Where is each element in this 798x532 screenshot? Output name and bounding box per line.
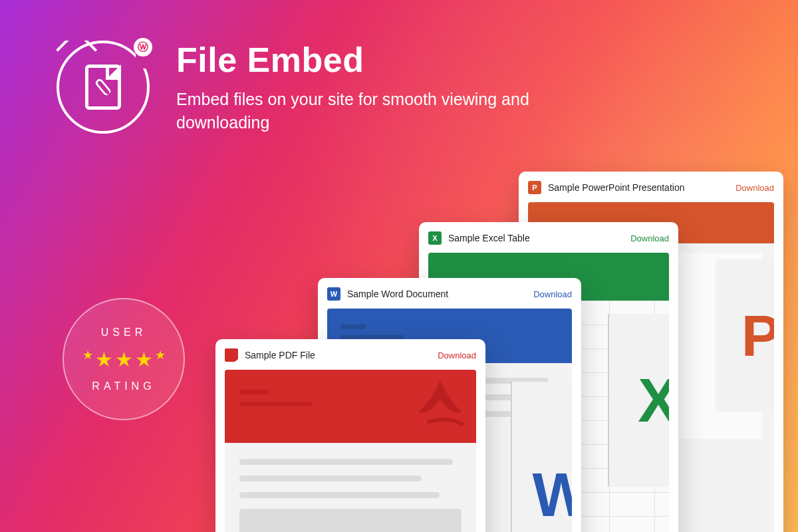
filetype-letter: P <box>716 259 774 412</box>
star-icon: ★ <box>115 348 133 371</box>
hero-title: File Embed <box>176 40 549 80</box>
filetype-letter: W <box>511 382 572 532</box>
rating-label-top: USER <box>101 327 146 338</box>
hero: ⓦ File Embed Embed files on your site fo… <box>57 40 549 134</box>
file-title: Sample Word Document <box>347 289 448 299</box>
download-link[interactable]: Download <box>630 233 669 243</box>
download-link[interactable]: Download <box>438 350 476 360</box>
rating-stars: ★ ★ ★ ★ ★ <box>82 348 166 371</box>
file-title: Sample Excel Table <box>448 233 530 243</box>
file-card-pdf: Sample PDF File Download <box>215 339 485 532</box>
star-icon: ★ <box>135 348 153 371</box>
star-icon: ★ <box>95 348 113 371</box>
file-title: Sample PDF File <box>245 350 315 360</box>
filetype-letter: X <box>608 314 669 487</box>
user-rating-badge: USER ★ ★ ★ ★ ★ RATING <box>63 298 185 420</box>
excel-icon: X <box>428 231 442 245</box>
wordpress-icon: ⓦ <box>134 38 152 57</box>
download-link[interactable]: Download <box>735 183 774 193</box>
pdf-icon <box>225 348 238 362</box>
rating-label-bottom: RATING <box>92 380 155 392</box>
hero-subtitle: Embed files on your site for smooth view… <box>176 88 549 134</box>
file-preview <box>225 370 476 532</box>
product-logo: ⓦ <box>57 41 150 134</box>
download-link[interactable]: Download <box>533 289 572 299</box>
star-icon: ★ <box>155 348 166 371</box>
word-icon: W <box>327 287 340 301</box>
powerpoint-icon: P <box>528 181 541 194</box>
star-icon: ★ <box>82 348 93 371</box>
adobe-icon <box>408 372 472 436</box>
file-title: Sample PowerPoint Presentation <box>548 182 684 193</box>
